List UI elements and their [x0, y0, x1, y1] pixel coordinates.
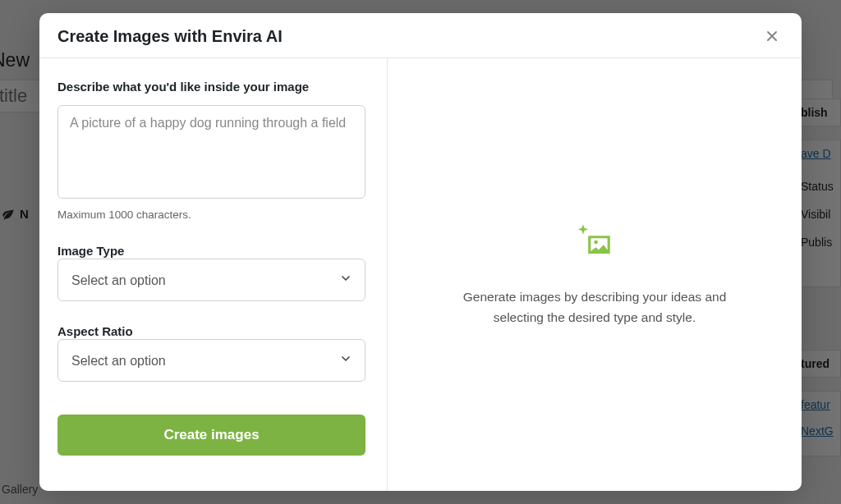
describe-label: Describe what you'd like inside your ima… — [57, 80, 365, 94]
image-type-label: Image Type — [57, 244, 124, 258]
aspect-ratio-group: Aspect Ratio Select an option — [57, 324, 365, 382]
modal-body: Describe what you'd like inside your ima… — [39, 58, 802, 491]
image-type-select[interactable]: Select an option — [57, 259, 365, 301]
close-icon — [764, 28, 780, 44]
image-type-group: Image Type Select an option — [57, 244, 365, 301]
describe-helper: Maximum 1000 characters. — [57, 208, 365, 221]
aspect-ratio-label: Aspect Ratio — [57, 324, 133, 338]
preview-panel: Generate images by describing your ideas… — [388, 58, 802, 491]
sparkle-image-icon — [574, 222, 615, 263]
modal-header: Create Images with Envira AI — [39, 13, 802, 58]
create-images-button[interactable]: Create images — [57, 415, 365, 456]
form-panel: Describe what you'd like inside your ima… — [39, 58, 388, 491]
close-button[interactable] — [761, 25, 784, 48]
describe-textarea[interactable] — [57, 105, 365, 199]
create-images-modal: Create Images with Envira AI Describe wh… — [39, 13, 802, 491]
preview-text: Generate images by describing your ideas… — [455, 287, 734, 327]
modal-title: Create Images with Envira AI — [57, 27, 283, 46]
svg-point-2 — [594, 241, 598, 245]
aspect-ratio-select[interactable]: Select an option — [57, 339, 365, 382]
